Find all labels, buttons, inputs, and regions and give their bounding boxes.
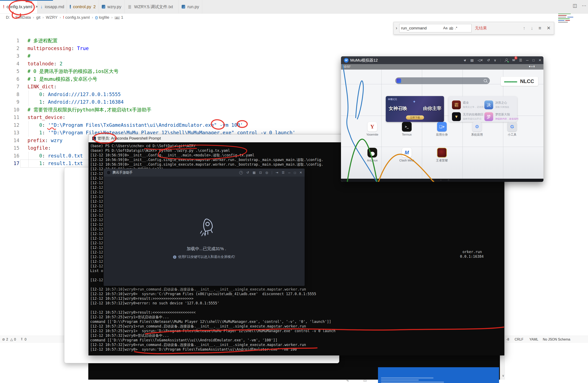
volume-muted-icon[interactable]: ◁✕ [478,58,483,62]
download-button[interactable]: 立即下载 [406,115,424,120]
breadcrumb[interactable]: D:›SoftData›git›WZRY›! config.tx.yaml›{}… [6,13,123,21]
tab-wzry.py[interactable]: wzry.py [99,0,125,13]
breadcrumb-item-config.tx.yaml[interactable]: ! config.tx.yaml [63,15,89,20]
minimize-icon[interactable]: ─ [288,171,291,174]
schema-indicator[interactable]: No JSON Schema [543,336,570,343]
terminal-line: (base) PS D:\SoftData\git\WZRY> python .… [90,148,336,153]
keyboard-icon[interactable]: ▤ [470,58,474,62]
recommended-game-无尽的拉格朗日[interactable]: ▼无尽的拉格朗日巅峰等级玩法开启 [452,112,483,122]
refresh-icon[interactable]: ↺ [246,171,249,174]
split-editor-icon[interactable]: ◫ [573,3,577,8]
rotate-icon[interactable]: ↺ [487,58,490,62]
tab-WZRY.5.调试文件.txt[interactable]: ≣WZRY.5.调试文件.txt [125,0,179,13]
loading-progress-text: 加载中...已完成31% . [187,246,226,252]
app-Yosemite[interactable]: YYosemite [360,122,385,136]
eol-indicator[interactable]: CRLF [515,336,524,343]
radio-tower-icon [20,337,23,341]
breadcrumb-item-SoftData[interactable]: SoftData [15,15,31,20]
game-ad-banner[interactable]: 神魔纪元 ✦ 女神召唤 由你主宰 立即下载 [386,96,444,122]
tab-control.py[interactable]: control.py2 [67,0,99,13]
close-icon[interactable]: ✕ [299,171,302,174]
line-number: 4 [0,60,19,68]
line-number: 5 [0,67,19,75]
pin-icon[interactable]: ⇥ [276,171,278,174]
line-number: 7 [0,83,19,91]
tab-config.tx.yaml[interactable]: !config.tx.yaml✕ [0,0,37,13]
nlcc-widget[interactable]: NLCC [501,77,538,86]
banner-title-left: 女神召唤 [389,105,407,112]
line-number: 13 [0,129,19,137]
breadcrumb-item-logfile[interactable]: {} logfile [95,15,109,20]
code-line: multiprocessing: True [27,44,295,52]
find-input[interactable] [401,26,441,31]
recommended-game-梦想新大陆[interactable]: 梦梦想新大陆神级新内容，超值福利 [484,112,516,122]
breadcrumb-item-WZRY[interactable]: WZRY [46,15,58,20]
code-line: 0: '"D:\Program Files\TxGameAssistant\ui… [27,121,295,129]
game-name: 决胜之心 [495,101,507,105]
line-number: 1 [0,37,19,44]
app-应用分身[interactable]: ❏+应用分身 [429,122,455,137]
line-number: 17 [0,160,19,167]
match-case-icon[interactable]: Aa [443,26,448,30]
maximize-icon[interactable]: □ [294,171,296,174]
close-icon[interactable]: ✕ [539,58,541,62]
regex-icon[interactable]: .* [455,26,457,30]
app-王者荣耀[interactable]: 王者荣耀 [429,148,455,163]
app-Clash Meta[interactable]: MClash Meta [394,148,420,162]
help-icon[interactable]: ? [239,171,243,174]
breadcrumb-item-git[interactable]: git [36,15,40,20]
chevron-right-icon: › [12,15,13,20]
line-number: 8 [0,91,19,98]
search-bar[interactable] [395,77,490,84]
find-collapse-chevron[interactable]: › [394,25,399,31]
more-actions-icon[interactable]: ⋯ [582,3,586,8]
language-indicator[interactable]: YAML [529,336,538,343]
tencent-title-bar[interactable]: 腾讯手游助手 ?↺▦⊡◎⇥☰─□✕ [104,169,305,177]
divider [272,171,272,174]
tab-run.py[interactable]: run.py [179,0,202,13]
breadcrumb-label: git [36,15,40,20]
app-系统应用[interactable]: ⚙系统应用 [464,122,490,137]
user-icon[interactable] [504,58,508,62]
app-小工具[interactable]: G小工具 [500,122,525,137]
breadcrumb-item-D:[interactable]: D: [6,15,10,20]
baye-icon: 霸 [452,101,461,109]
find-previous-icon[interactable]: ↑ [523,25,525,31]
emulator-screen[interactable]: 10:57 ◆▲▮ NLCC 神魔纪元 ✦ 女神召唤 由你主宰 立即下载 霸霸业… [341,64,544,182]
code-line: # [27,52,295,60]
markdown-icon: ↓ [40,4,43,9]
menu-icon[interactable]: ☰ [282,171,284,174]
encoding-indicator[interactable]: -8 [506,336,509,343]
menu-icon[interactable]: ☰ [519,58,522,62]
mumu-title: MuMu模拟器12 [350,58,378,63]
powershell-icon: >_ [92,137,96,140]
app-AnLinux[interactable]: AnLinux [360,148,385,162]
minimize-icon[interactable]: ─ [526,58,528,62]
mail-icon[interactable]: ✉5 [512,58,515,62]
maximize-icon[interactable]: □ [532,58,535,62]
android-nav-bar[interactable]: ◁ ○ □ [341,179,544,182]
scroll-down-icon[interactable]: ∨ [502,374,504,378]
chevron-down-icon[interactable]: ∨ [494,58,496,62]
problems-indicator[interactable]: ⊘2 △00 [2,336,26,343]
mumu-title-bar[interactable]: M MuMu模拟器12 ➤▤◁✕↺∨✉5☰─□✕ [341,56,544,64]
record-icon[interactable]: ◎ [266,171,268,174]
app-Termux[interactable]: >_Termux [394,122,420,136]
recommended-game-霸业[interactable]: 霸霸业魏蜀吴之争，还你而不同 [452,101,483,110]
find-close-icon[interactable]: ✕ [547,25,551,31]
find-next-icon[interactable]: ↓ [531,25,533,31]
breadcrumb-label: SoftData [15,15,31,20]
line-number: 14 [0,137,19,144]
terminal-text-fragment: orker.run [462,250,482,254]
pencil-tool-icon[interactable]: ✎ [346,378,349,383]
select-tool-icon[interactable]: ▭ [363,378,367,383]
location-icon[interactable]: ➤ [463,58,467,63]
tab-iosapp.md[interactable]: ↓iosapp.md [37,0,67,13]
whole-word-icon[interactable]: ab [449,26,453,30]
recommended-game-决胜之心[interactable]: 决决胜之心策略卡牌挑战 [484,101,516,110]
terminal-line: [12-12 10:57:32]wzry0> sysrun:'D:\Progra… [90,347,336,352]
fullscreen-icon[interactable]: ⊡ [259,171,262,174]
find-in-selection-icon[interactable]: ≡ [539,25,541,31]
grid-icon[interactable]: ▦ [253,171,256,174]
breadcrumb-item-1[interactable]: abc 1 [115,15,123,20]
